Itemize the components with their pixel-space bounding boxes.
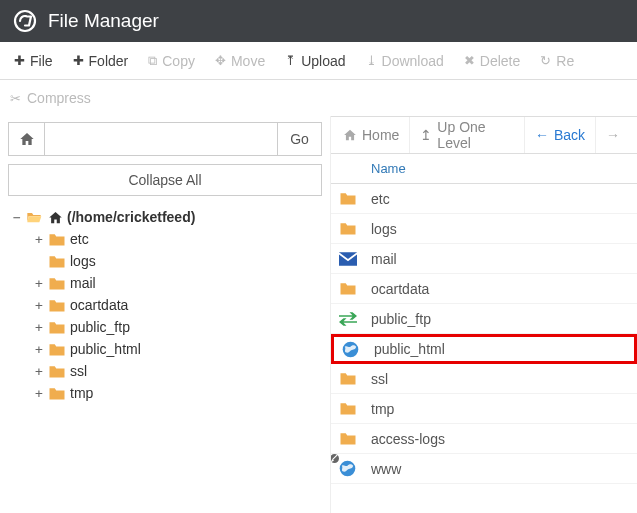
tree-item[interactable]: +ssl xyxy=(30,360,322,382)
move-icon: ✥ xyxy=(215,53,226,68)
arrow-right-icon: → xyxy=(606,127,620,143)
expand-icon[interactable]: + xyxy=(32,298,46,313)
new-folder-button[interactable]: ✚Folder xyxy=(63,47,139,75)
tree-item[interactable]: +etc xyxy=(30,228,322,250)
main-toolbar: ✚File ✚Folder ⧉Copy ✥Move ⤒Upload ⤓Downl… xyxy=(0,42,637,80)
tree-item[interactable]: +ocartdata xyxy=(30,294,322,316)
restore-icon: ↻ xyxy=(540,53,551,68)
file-name: public_html xyxy=(370,341,445,357)
expand-icon[interactable]: + xyxy=(32,364,46,379)
folder-tree: − (/home/cricketfeed) +etclogs+mail+ocar… xyxy=(8,206,322,404)
expand-icon[interactable]: + xyxy=(32,232,46,247)
file-name: ocartdata xyxy=(367,281,429,297)
transfer-icon xyxy=(339,312,367,326)
tree-item-label: mail xyxy=(70,275,96,291)
expand-icon[interactable]: + xyxy=(32,276,46,291)
copy-button[interactable]: ⧉Copy xyxy=(138,47,205,75)
mail-icon xyxy=(339,252,367,266)
folder-icon xyxy=(48,386,66,401)
file-row[interactable]: www xyxy=(331,454,637,484)
left-pane: Go Collapse All − (/home/cricketfeed) +e… xyxy=(0,116,330,513)
file-row[interactable]: logs xyxy=(331,214,637,244)
folder-icon xyxy=(48,364,66,379)
folder-icon xyxy=(48,276,66,291)
expand-icon[interactable]: + xyxy=(32,342,46,357)
collapse-all-button[interactable]: Collapse All xyxy=(8,164,322,196)
globe-link-icon xyxy=(339,460,367,477)
secondary-toolbar: ✂Compress xyxy=(0,80,637,116)
right-pane: Home ↥Up One Level ←Back → Name etclogsm… xyxy=(330,116,637,513)
nav-up-button[interactable]: ↥Up One Level xyxy=(410,117,525,153)
file-row[interactable]: public_html xyxy=(331,334,637,364)
col-name[interactable]: Name xyxy=(371,161,406,176)
file-name: public_ftp xyxy=(367,311,431,327)
tree-item[interactable]: logs xyxy=(30,250,322,272)
tree-item-label: public_html xyxy=(70,341,141,357)
file-row[interactable]: ocartdata xyxy=(331,274,637,304)
file-row[interactable]: etc xyxy=(331,184,637,214)
folder-link-icon xyxy=(339,431,367,446)
expand-icon[interactable]: + xyxy=(32,386,46,401)
restore-button[interactable]: ↻Re xyxy=(530,47,584,75)
app-header: File Manager xyxy=(0,0,637,42)
file-row[interactable]: public_ftp xyxy=(331,304,637,334)
file-name: access-logs xyxy=(367,431,445,447)
path-input[interactable] xyxy=(45,123,277,155)
folder-icon xyxy=(339,191,367,206)
folder-icon xyxy=(339,371,367,386)
delete-button[interactable]: ✖Delete xyxy=(454,47,530,75)
file-name: www xyxy=(367,461,401,477)
goto-home-button[interactable] xyxy=(9,123,45,155)
tree-item[interactable]: +mail xyxy=(30,272,322,294)
home-icon xyxy=(19,131,35,147)
file-name: tmp xyxy=(367,401,394,417)
delete-icon: ✖ xyxy=(464,53,475,68)
goto-bar: Go xyxy=(8,122,322,156)
file-row[interactable]: tmp xyxy=(331,394,637,424)
go-button[interactable]: Go xyxy=(277,123,321,155)
nav-back-button[interactable]: ←Back xyxy=(525,117,596,153)
tree-item-label: ocartdata xyxy=(70,297,128,313)
file-row[interactable]: ssl xyxy=(331,364,637,394)
tree-item-label: ssl xyxy=(70,363,87,379)
upload-icon: ⤒ xyxy=(285,53,296,68)
file-name: etc xyxy=(367,191,390,207)
home-icon xyxy=(48,210,63,225)
download-button[interactable]: ⤓Download xyxy=(356,47,454,75)
file-name: logs xyxy=(367,221,397,237)
new-file-button[interactable]: ✚File xyxy=(4,47,63,75)
column-headers: Name xyxy=(331,154,637,184)
expand-icon[interactable]: + xyxy=(32,320,46,335)
collapse-icon[interactable]: − xyxy=(10,210,24,225)
plus-icon: ✚ xyxy=(73,53,84,68)
tree-item[interactable]: +tmp xyxy=(30,382,322,404)
cpanel-logo-icon xyxy=(12,8,38,34)
svg-point-3 xyxy=(331,454,339,463)
folder-icon xyxy=(339,401,367,416)
svg-point-0 xyxy=(15,11,35,31)
tree-item[interactable]: +public_html xyxy=(30,338,322,360)
file-nav: Home ↥Up One Level ←Back → xyxy=(331,116,637,154)
nav-forward-button[interactable]: → xyxy=(596,117,635,153)
compress-button[interactable]: ✂Compress xyxy=(10,84,101,112)
folder-icon xyxy=(48,342,66,357)
folder-icon xyxy=(48,232,66,247)
tree-item[interactable]: +public_ftp xyxy=(30,316,322,338)
file-row[interactable]: access-logs xyxy=(331,424,637,454)
tree-item-label: logs xyxy=(70,253,96,269)
tree-item-label: etc xyxy=(70,231,89,247)
folder-icon xyxy=(48,298,66,313)
nav-home-button[interactable]: Home xyxy=(333,117,410,153)
file-name: mail xyxy=(367,251,397,267)
app-title: File Manager xyxy=(48,10,159,32)
file-name: ssl xyxy=(367,371,388,387)
move-button[interactable]: ✥Move xyxy=(205,47,275,75)
compress-icon: ✂ xyxy=(10,91,21,106)
folder-icon xyxy=(48,254,66,269)
main-area: Go Collapse All − (/home/cricketfeed) +e… xyxy=(0,116,637,513)
tree-item-label: public_ftp xyxy=(70,319,130,335)
upload-button[interactable]: ⤒Upload xyxy=(275,47,355,75)
tree-root[interactable]: − (/home/cricketfeed) xyxy=(8,206,322,228)
file-row[interactable]: mail xyxy=(331,244,637,274)
folder-icon xyxy=(339,281,367,296)
